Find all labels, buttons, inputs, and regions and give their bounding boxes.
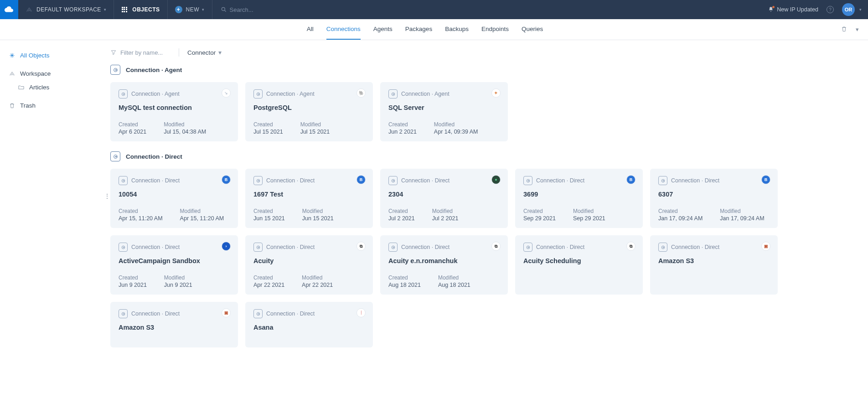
connection-card[interactable]: Connection · DirectB6307CreatedJan 17, 0… <box>650 169 778 228</box>
sidebar-item-trash[interactable]: Trash <box>6 98 101 112</box>
modified-label: Modified <box>434 121 478 128</box>
new-button[interactable]: + NEW ▾ <box>168 0 212 19</box>
connection-icon <box>110 65 120 75</box>
svg-point-0 <box>222 7 225 10</box>
tab-endpoints[interactable]: Endpoints <box>481 19 509 40</box>
modified-value: Jul 15, 04:38 AM <box>164 129 206 135</box>
tab-connections[interactable]: Connections <box>326 19 361 40</box>
filter-input-box[interactable] <box>110 49 170 56</box>
connection-card[interactable]: Connection · Direct●2304CreatedJul 2 202… <box>380 169 508 228</box>
card-type: Connection · Direct <box>131 177 180 184</box>
trash-button[interactable] <box>841 26 847 34</box>
modified-value: Jun 9 2021 <box>164 282 192 288</box>
created-value: Sep 29 2021 <box>523 215 556 222</box>
chevron-down-icon: ▾ <box>218 49 222 56</box>
created-label: Created <box>388 208 415 214</box>
connection-icon <box>658 176 667 185</box>
nav-objects[interactable]: OBJECTS <box>114 0 167 19</box>
filter-input[interactable] <box>120 49 170 56</box>
app-logo[interactable] <box>0 0 18 19</box>
notification[interactable]: New IP Updated <box>768 6 818 13</box>
grid-icon <box>121 6 128 13</box>
topbar-right: New IP Updated ? OR ▾ <box>768 0 868 19</box>
card-title: Asana <box>253 324 365 331</box>
connection-card[interactable]: Connection · Direct⋮Asana <box>245 302 373 347</box>
card-grid: Connection · Agent↘MySQL test connection… <box>110 82 856 141</box>
modified-label: Modified <box>302 275 333 281</box>
help-button[interactable]: ? <box>827 6 834 13</box>
sidebar-item-workspace[interactable]: Workspace <box>6 67 101 80</box>
sidebar-item-articles[interactable]: Articles <box>6 80 101 94</box>
connection-icon <box>658 243 667 252</box>
tabs: AllConnectionsAgentsPackagesBackupsEndpo… <box>307 19 543 40</box>
connector-badge-icon: › <box>222 242 231 251</box>
card-title: Acuity e.n.romanchuk <box>388 257 500 264</box>
connector-badge-icon: B <box>356 175 366 184</box>
sidebar: All Objects Workspace Articles Trash <box>0 40 105 376</box>
connection-icon <box>388 89 398 98</box>
connection-icon <box>119 89 128 98</box>
connection-card[interactable]: Connection · DirectB3699CreatedSep 29 20… <box>515 169 643 228</box>
connection-card[interactable]: Connection · Direct▣Amazon S3 <box>110 302 238 347</box>
workspace-name: DEFAULT WORKSPACE <box>36 6 101 13</box>
drag-handle-icon[interactable]: ⋮ <box>104 195 110 197</box>
created-label: Created <box>658 208 703 214</box>
card-title: PostgreSQL <box>253 104 365 111</box>
card-type: Connection · Agent <box>266 91 315 97</box>
view-toggle[interactable]: ▾ <box>854 26 859 33</box>
connector-badge-icon: ▣ <box>222 308 231 317</box>
tab-queries[interactable]: Queries <box>522 19 543 40</box>
connection-card[interactable]: Connection · DirectB1697 TestCreatedJun … <box>245 169 373 228</box>
connection-card[interactable]: Connection · Direct⧉AcuityCreatedApr 22 … <box>245 235 373 295</box>
connection-icon <box>110 151 120 161</box>
connection-card[interactable]: ⋮Connection · DirectB10054CreatedApr 15,… <box>110 169 238 228</box>
tab-agents[interactable]: Agents <box>373 19 393 40</box>
main: All Objects Workspace Articles Trash Con… <box>0 40 868 376</box>
connection-card[interactable]: Connection · Agent🐘PostgreSQLCreatedJul … <box>245 82 373 141</box>
connection-icon <box>253 89 263 98</box>
created-label: Created <box>253 208 285 214</box>
tab-all[interactable]: All <box>307 19 314 40</box>
connection-icon <box>523 243 532 252</box>
group-header: Connection · Agent <box>110 65 856 75</box>
modified-label: Modified <box>573 208 605 214</box>
created-label: Created <box>119 208 163 214</box>
connection-card[interactable]: Connection · Direct⧉Acuity e.n.romanchuk… <box>380 235 508 295</box>
created-label: Created <box>523 208 556 214</box>
modified-value: Apr 22 2021 <box>302 282 333 288</box>
created-value: Jun 9 2021 <box>119 282 147 288</box>
workspace-selector[interactable]: DEFAULT WORKSPACE ▾ <box>18 0 114 19</box>
notification-text: New IP Updated <box>777 6 818 13</box>
sidebar-item-all-objects[interactable]: All Objects <box>6 48 101 62</box>
card-meta: CreatedJun 2 2021ModifiedApr 14, 09:39 A… <box>388 121 500 135</box>
connection-card[interactable]: Connection · Direct▣Amazon S3 <box>650 235 778 295</box>
search-box[interactable] <box>212 0 768 19</box>
connection-card[interactable]: Connection · Direct›ActiveCampaign Sandb… <box>110 235 238 295</box>
tab-packages[interactable]: Packages <box>405 19 432 40</box>
connection-card[interactable]: Connection · Agent↘MySQL test connection… <box>110 82 238 141</box>
connection-card[interactable]: Connection · Direct⧉Acuity Scheduling <box>515 235 643 295</box>
connection-card[interactable]: Connection · Agent✦SQL ServerCreatedJun … <box>380 82 508 141</box>
card-meta: CreatedJan 17, 09:24 AMModifiedJan 17, 0… <box>658 208 770 222</box>
user-menu[interactable]: OR ▾ <box>842 3 862 16</box>
tab-backups[interactable]: Backups <box>445 19 469 40</box>
connection-icon <box>388 176 398 185</box>
filter-row: Connector ▾ <box>110 48 856 57</box>
chevron-down-icon: ▾ <box>104 7 107 12</box>
card-title: 6307 <box>658 191 770 198</box>
created-value: Apr 6 2021 <box>119 129 146 135</box>
avatar: OR <box>842 3 855 16</box>
card-type: Connection · Direct <box>266 244 315 250</box>
card-meta: CreatedJul 15 2021ModifiedJul 15 2021 <box>253 121 365 135</box>
card-meta: CreatedJun 15 2021ModifiedJun 15 2021 <box>253 208 365 222</box>
card-title: 3699 <box>523 191 635 198</box>
modified-value: Jan 17, 09:24 AM <box>720 215 764 222</box>
search-input[interactable] <box>230 6 321 13</box>
plus-icon: + <box>175 6 182 13</box>
modified-value: Jul 2 2021 <box>432 215 459 222</box>
connector-badge-icon: ✦ <box>491 88 501 98</box>
created-value: Jul 15 2021 <box>253 129 283 135</box>
modified-label: Modified <box>164 275 192 281</box>
connector-dropdown[interactable]: Connector ▾ <box>187 49 222 56</box>
divider <box>179 48 179 57</box>
